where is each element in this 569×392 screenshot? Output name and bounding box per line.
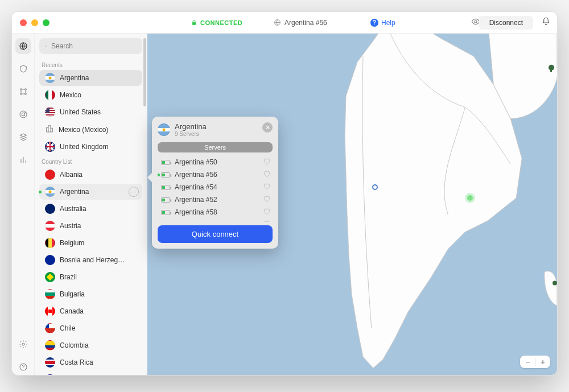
item-label: Costa Rica [60,358,93,366]
country-item[interactable]: Bulgaria [39,286,142,302]
svg-point-4 [24,89,26,90]
nav-shield[interactable] [15,61,31,77]
sidebar: Recents ArgentinaMexicoUnited StatesMexi… [35,34,147,375]
recents-item[interactable]: Mexico [39,87,142,103]
recents-item[interactable]: Argentina [39,70,142,86]
quick-connect-button[interactable]: Quick connect [158,225,273,243]
help-label: Help [381,19,395,27]
flag-icon [45,238,55,248]
country-item[interactable]: Chile [39,320,142,336]
recents-item[interactable]: Mexico (Mexico) [39,121,142,138]
server-label: Argentina #55 [175,221,217,222]
close-window-button[interactable] [20,19,27,26]
search-box[interactable] [39,38,142,54]
flag-icon [45,73,55,83]
nav-presets[interactable] [15,129,31,145]
svg-point-15 [552,281,557,286]
city-icon [45,124,54,135]
server-row[interactable]: Argentina #50 [158,156,273,168]
flag-icon [45,221,55,231]
nav-countries[interactable] [15,38,31,54]
server-label: Argentina #54 [175,183,217,191]
svg-point-6 [24,93,26,95]
nav-settings[interactable] [15,336,31,352]
svg-point-5 [20,93,22,95]
svg-rect-14 [550,69,552,72]
minimize-window-button[interactable] [31,19,38,26]
flag-icon [45,289,55,299]
country-item[interactable]: Australia [39,201,142,217]
map-pin-argentina[interactable] [467,195,473,201]
server-row[interactable]: Argentina #58 [158,206,273,218]
zoom-in-button[interactable]: + [535,356,550,368]
recents-item[interactable]: United States [39,104,142,120]
country-item[interactable]: Colombia [39,337,142,353]
item-label: United Kingdom [60,143,108,151]
globe-icon [274,19,281,26]
favorite-icon[interactable] [263,208,270,217]
country-item[interactable]: Brazil [39,269,142,285]
zoom-out-button[interactable]: − [520,356,535,368]
country-item[interactable]: Bosnia and Herzeg… [39,252,142,268]
server-label: Argentina #52 [175,196,217,204]
item-label: Belgium [60,239,84,247]
help-link[interactable]: ? Help [370,19,395,27]
server-row[interactable]: Argentina #55 [158,218,273,222]
item-label: Mexico (Mexico) [59,126,108,134]
status-text: CONNECTED [200,19,242,26]
flag-icon [45,107,55,117]
app-window: CONNECTED Argentina #56 ? Help Disconnec… [11,11,558,376]
favorite-icon[interactable] [263,220,270,222]
popover-tab-servers[interactable]: Servers [158,142,273,152]
server-load-icon [161,160,170,165]
search-input[interactable] [51,42,137,50]
notifications-icon[interactable] [542,17,550,28]
server-row[interactable]: Argentina #54 [158,181,273,193]
nav-speed[interactable] [15,106,31,122]
favorite-icon[interactable] [263,170,270,179]
item-label: Canada [60,307,84,315]
more-options-icon[interactable]: ⋯ [129,187,139,197]
country-item[interactable]: Austria [39,218,142,234]
nav-support[interactable] [15,359,31,375]
country-item[interactable]: Canada [39,303,142,319]
item-label: Chile [60,324,75,332]
svg-point-7 [20,111,27,118]
current-server-label: Argentina #56 [284,19,327,27]
nav-mesh[interactable] [15,84,31,100]
item-label: Albania [60,171,83,179]
favorite-icon[interactable] [263,195,270,204]
section-countries-label: Country List [35,155,147,166]
titlebar: CONNECTED Argentina #56 ? Help Disconnec… [12,12,557,34]
nav-rail [12,34,35,375]
countries-list: AlbaniaArgentina⋯AustraliaAustriaBelgium… [35,166,147,376]
country-item[interactable]: Albania [39,167,142,183]
item-label: Bulgaria [60,290,85,298]
server-row[interactable]: Argentina #56 [158,168,273,181]
server-label: Argentina #50 [175,158,217,166]
recents-item[interactable]: United Kingdom [39,139,142,155]
popover-subtitle: 9 Servers [175,131,207,137]
svg-point-3 [20,89,22,90]
favorite-icon[interactable] [263,183,270,192]
country-item[interactable]: Belgium [39,235,142,251]
nav-stats[interactable] [15,152,31,168]
flag-icon [45,272,55,282]
fullscreen-window-button[interactable] [43,19,50,26]
flag-icon [45,170,55,180]
map-pin-chile[interactable] [372,184,378,190]
popover-close-button[interactable]: ✕ [262,122,273,133]
country-item[interactable]: Costa Rica [39,354,142,370]
server-list: Argentina #50Argentina #56Argentina #54A… [158,156,273,222]
svg-point-9 [22,343,24,345]
server-row[interactable]: Argentina #52 [158,193,273,206]
recents-list: ArgentinaMexicoUnited StatesMexico (Mexi… [35,69,147,155]
disconnect-button[interactable]: Disconnect [479,16,533,30]
flag-icon [45,187,55,197]
country-item[interactable]: Croatia [39,372,142,376]
sidebar-scrollbar[interactable] [143,38,146,106]
item-label: Austria [60,222,81,230]
flag-icon [45,204,55,214]
favorite-icon[interactable] [263,158,270,167]
country-item[interactable]: Argentina⋯ [39,184,142,200]
